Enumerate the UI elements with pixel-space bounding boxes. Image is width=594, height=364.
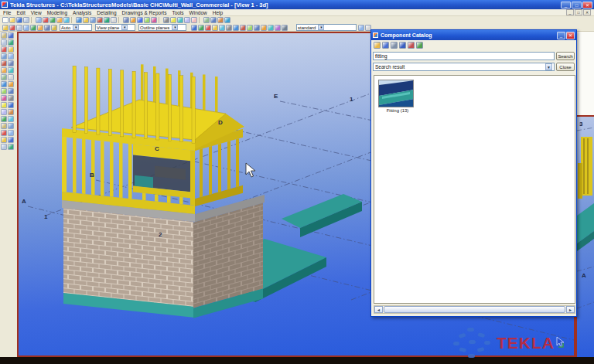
- view-plane-dropdown[interactable]: View plane▼: [95, 24, 135, 31]
- minimize-icon[interactable]: _: [561, 2, 571, 9]
- chevron-down-icon[interactable]: ▼: [545, 63, 552, 70]
- side-toolbar-icon-31[interactable]: [8, 137, 14, 143]
- side-toolbar-icon-27[interactable]: [8, 123, 14, 129]
- chevron-down-icon[interactable]: ▼: [172, 25, 178, 30]
- side-toolbar-icon-29[interactable]: [8, 130, 14, 136]
- toolbar2-mid-icon-8[interactable]: [247, 25, 253, 31]
- dialog-titlebar[interactable]: Component Catalog _ ✕: [371, 30, 576, 40]
- chevron-down-icon[interactable]: ▼: [318, 25, 324, 30]
- outline-planes-dropdown[interactable]: Outline planes▼: [138, 24, 186, 31]
- toolbar1-icon-14[interactable]: [97, 17, 103, 23]
- toolbar1-icon-6[interactable]: [43, 17, 49, 23]
- side-toolbar-icon-12[interactable]: [1, 74, 7, 80]
- toolbar2-mid-icon-1[interactable]: [198, 25, 204, 31]
- mdi-close-icon[interactable]: ✕: [583, 9, 591, 15]
- toolbar2-icon-7[interactable]: [51, 25, 57, 31]
- side-toolbar-icon-9[interactable]: [8, 60, 14, 66]
- close-button[interactable]: Close: [556, 63, 575, 71]
- menu-item-modeling[interactable]: Modeling: [47, 10, 67, 15]
- toolbar1-icon-9[interactable]: [63, 17, 70, 23]
- side-toolbar-icon-1[interactable]: [8, 32, 14, 39]
- toolbar2-mid-icon-0[interactable]: [191, 25, 197, 31]
- scroll-right-icon[interactable]: ►: [566, 306, 575, 313]
- side-toolbar-icon-30[interactable]: [1, 137, 7, 143]
- toolbar2-mid-icon-9[interactable]: [254, 25, 260, 31]
- side-toolbar-icon-13[interactable]: [8, 74, 14, 80]
- horizontal-scrollbar[interactable]: ◄ ►: [374, 305, 575, 314]
- dialog-minimize-icon[interactable]: _: [557, 32, 565, 39]
- menu-item-detailing[interactable]: Detailing: [97, 10, 116, 15]
- side-toolbar-icon-8[interactable]: [1, 60, 7, 66]
- toolbar1-icon-11[interactable]: [76, 17, 82, 23]
- side-toolbar-icon-16[interactable]: [1, 88, 7, 94]
- side-toolbar-icon-14[interactable]: [1, 81, 7, 87]
- side-toolbar-icon-5[interactable]: [8, 46, 14, 53]
- toolbar1-icon-28[interactable]: [191, 17, 197, 23]
- catalog-toolbar-icon-5[interactable]: [416, 42, 423, 49]
- toolbar1-icon-26[interactable]: [177, 17, 183, 23]
- dialog-close-icon[interactable]: ✕: [566, 32, 575, 39]
- framing-fragment[interactable]: [581, 137, 592, 196]
- side-toolbar-icon-18[interactable]: [1, 95, 7, 101]
- toolbar2-mid-icon-2[interactable]: [205, 25, 211, 31]
- result-group-dropdown[interactable]: Search result ▼: [373, 63, 555, 71]
- toolbar2-icon-2[interactable]: [16, 25, 22, 31]
- menu-item-help[interactable]: Help: [213, 10, 223, 15]
- toolbar1-icon-22[interactable]: [151, 17, 157, 23]
- side-toolbar-icon-17[interactable]: [8, 88, 14, 94]
- side-toolbar-icon-25[interactable]: [8, 116, 14, 122]
- menu-item-view[interactable]: View: [31, 10, 42, 15]
- side-toolbar-icon-22[interactable]: [1, 109, 7, 115]
- menu-item-tools[interactable]: Tools: [172, 10, 183, 15]
- menu-item-drawings-reports[interactable]: Drawings & Reports: [122, 10, 167, 15]
- side-toolbar-icon-7[interactable]: [8, 53, 14, 60]
- mdi-restore-icon[interactable]: □: [575, 9, 582, 15]
- maximize-icon[interactable]: □: [572, 2, 582, 9]
- model-view-secondary[interactable]: 3A: [575, 115, 594, 357]
- catalog-toolbar-icon-4[interactable]: [408, 42, 415, 49]
- catalog-item-thumbnail[interactable]: [378, 80, 414, 107]
- side-toolbar-icon-10[interactable]: [1, 67, 7, 73]
- toolbar2-icon-0[interactable]: [2, 25, 9, 31]
- toolbar1-icon-16[interactable]: [111, 17, 117, 23]
- side-toolbar-icon-33[interactable]: [8, 144, 14, 150]
- side-toolbar-icon-4[interactable]: [1, 46, 7, 53]
- chevron-down-icon[interactable]: ▼: [121, 25, 128, 30]
- close-icon[interactable]: ✕: [582, 2, 592, 9]
- toolbar2-icon-5[interactable]: [37, 25, 43, 31]
- toolbar2-mid-icon-6[interactable]: [233, 25, 239, 31]
- toolbar1-icon-15[interactable]: [104, 17, 110, 23]
- toolbar1-icon-25[interactable]: [170, 17, 176, 23]
- side-toolbar-icon-2[interactable]: [1, 39, 7, 46]
- scroll-left-icon[interactable]: ◄: [374, 306, 383, 313]
- toolbar1-icon-12[interactable]: [83, 17, 89, 23]
- masonry-base-front[interactable]: [62, 128, 195, 318]
- menu-item-file[interactable]: File: [3, 10, 11, 15]
- side-toolbar-icon-20[interactable]: [1, 102, 7, 108]
- toolbar1-icon-33[interactable]: [224, 17, 230, 23]
- toolbar2-mid-icon-10[interactable]: [261, 25, 267, 31]
- phase-dropdown[interactable]: standard▼: [296, 24, 357, 31]
- side-toolbar-icon-3[interactable]: [8, 39, 14, 46]
- toolbar1-icon-8[interactable]: [56, 17, 63, 23]
- toolbar1-icon-31[interactable]: [210, 17, 217, 23]
- toolbar1-icon-30[interactable]: [203, 17, 210, 23]
- catalog-toolbar-icon-2[interactable]: [391, 42, 398, 49]
- menu-item-window[interactable]: Window: [189, 10, 207, 15]
- toolbar1-icon-27[interactable]: [184, 17, 190, 23]
- catalog-toolbar-icon-0[interactable]: [374, 42, 381, 49]
- toolbar2-mid-icon-5[interactable]: [226, 25, 232, 31]
- toolbar2-mid-icon-4[interactable]: [219, 25, 225, 31]
- toolbar2-mid-icon-3[interactable]: [212, 25, 218, 31]
- side-toolbar-icon-0[interactable]: [1, 32, 7, 39]
- toolbar2-mid-icon-13[interactable]: [282, 25, 288, 31]
- masonry-base-right[interactable]: [193, 123, 265, 318]
- side-toolbar-icon-11[interactable]: [8, 67, 14, 73]
- toolbar1-icon-0[interactable]: [2, 17, 9, 23]
- catalog-item-fitting[interactable]: Fitting (13): [378, 80, 417, 113]
- toolbar1-icon-21[interactable]: [144, 17, 150, 23]
- menu-item-analysis[interactable]: Analysis: [73, 10, 91, 15]
- toolbar2-end-icon-0[interactable]: [358, 25, 364, 31]
- toolbar2-mid-icon-11[interactable]: [268, 25, 274, 31]
- toolbar1-icon-13[interactable]: [90, 17, 96, 23]
